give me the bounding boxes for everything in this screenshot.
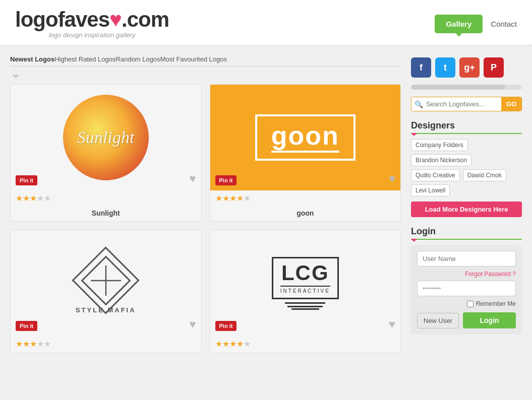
pinterest-icon[interactable]: P [484,57,504,78]
tab-random[interactable]: Random Logos [116,55,160,66]
star-5: ★ [44,340,51,348]
load-more-designers-button[interactable]: Load More Designers Here [411,202,522,217]
star-3: ★ [30,340,37,348]
logo-grid: Sunlight Pin it ♥ ★★★★★ Sunlight goon [10,84,401,353]
sidebar-progress-bar [411,85,522,90]
remember-me-checkbox[interactable] [467,301,474,307]
search-input-wrap: 🔍 [411,97,501,111]
heart-button-goon[interactable]: ♥ [389,172,395,185]
twitter-icon[interactable]: t [435,57,455,78]
designer-tag-company-folders[interactable]: Company Folders [411,139,468,151]
logo-tagline: logo design inspiration gallery [15,31,169,39]
star-5: ★ [244,194,251,203]
logo-card-style-mafia[interactable]: STYLE MAFIA Pin it ♥ ★★★★★ [10,230,202,353]
card-footer-style-mafia: ★★★★★ [11,336,201,353]
sunlight-text: Sunlight [77,128,134,147]
star-1: ★ [16,340,23,348]
login-button[interactable]: Login [463,312,516,328]
facebook-icon[interactable]: f [411,57,431,78]
contact-link[interactable]: Contact [491,20,517,28]
pinit-button-lcg[interactable]: Pin it [215,321,237,331]
new-user-button[interactable]: New User [417,313,459,328]
star-2: ★ [222,194,229,203]
main-content: Newest LogosHighest Rated LogosRandom Lo… [0,45,532,363]
designers-section: Designers Company Folders Brandon Nicker… [411,120,522,217]
gallery-button[interactable]: Gallery [435,15,483,33]
googleplus-icon[interactable]: g+ [459,57,480,78]
star-2: ★ [23,194,30,203]
goon-underline [271,151,339,153]
diamond-lines-svg [91,265,121,296]
tab-most-favourited[interactable]: Most Favourited Logos [160,55,227,66]
logo-title-sunlight: Sunlight [11,209,201,217]
designer-tag-levi[interactable]: Levi Lowell [411,184,450,196]
lcg-line-1 [285,302,325,304]
stars-lcg: ★★★★★ [215,339,396,349]
designer-tag-quillo[interactable]: Quillo Creative [411,169,460,181]
card-footer-sunlight: ★★★★★ [11,190,201,207]
card-footer-goon: ★★★★★ [210,190,401,207]
nav-area: Gallery Contact [435,15,517,33]
social-icons: f t g+ P [411,57,522,78]
site-logo[interactable]: logofaves♥.com [15,9,169,30]
style-mafia-logo: STYLE MAFIA [76,253,136,314]
lcg-box: LCG INTERACTIVE [272,257,339,299]
goon-logo-box: goon [255,114,356,161]
logo-heart: ♥ [109,8,122,31]
login-actions: New User Login [417,312,516,328]
password-input[interactable] [417,281,516,296]
tab-highest-rated[interactable]: Highest Rated Logos [54,55,115,66]
star-4: ★ [37,194,44,203]
designers-title: Designers [411,120,522,134]
star-3: ★ [30,194,37,203]
stars-sunlight: ★★★★★ [16,193,196,203]
stars-style-mafia: ★★★★★ [16,339,196,349]
search-input[interactable] [425,97,498,111]
search-go-button[interactable]: GO [501,97,521,111]
content-area: Newest LogosHighest Rated LogosRandom Lo… [10,55,401,353]
star-3: ★ [229,194,237,203]
style-mafia-diamond [78,253,134,308]
star-4: ★ [37,340,44,348]
star-3: ★ [229,340,237,348]
search-icon: 🔍 [415,100,423,108]
heart-button-lcg[interactable]: ♥ [389,318,395,331]
lcg-line-3 [291,308,319,310]
tab-indicator [12,75,19,79]
heart-button-sunlight[interactable]: ♥ [189,172,196,185]
star-4: ★ [237,340,244,348]
logo-name: logofaves [15,8,109,31]
logo-card-sunlight[interactable]: Sunlight Pin it ♥ ★★★★★ Sunlight [10,84,202,222]
logo-image-sunlight: Sunlight Pin it ♥ [11,85,201,190]
lcg-logo-wrap: LCG INTERACTIVE [272,257,339,310]
logo-image-goon: goon Pin it ♥ [210,85,401,190]
pinit-button-goon[interactable]: Pin it [215,175,237,185]
star-1: ★ [215,340,222,348]
star-4: ★ [237,194,244,203]
forgot-password-link[interactable]: Forgot Password ? [417,271,516,278]
heart-button-style-mafia[interactable]: ♥ [189,318,196,331]
goon-text: goon [271,122,339,149]
star-1: ★ [16,194,23,203]
card-footer-lcg: ★★★★★ [210,336,401,353]
progress-fill [411,85,505,90]
login-box: Forgot Password ? Remember Me New User L… [411,245,522,335]
username-input[interactable] [417,251,516,266]
star-1: ★ [215,194,222,203]
star-5: ★ [44,194,51,203]
designer-tag-dawid[interactable]: Dawid Cmok [463,169,506,181]
sidebar: f t g+ P 🔍 GO Designers Company Folders … [411,55,522,353]
logo-card-goon[interactable]: goon Pin it ♥ ★★★★★ goon [210,84,401,222]
lcg-line-2 [287,306,323,307]
tabs-bar: Newest LogosHighest Rated LogosRandom Lo… [10,55,401,66]
pinit-button-sunlight[interactable]: Pin it [16,175,37,185]
logo-card-lcg[interactable]: LCG INTERACTIVE Pin it ♥ ★★★★★ [210,230,401,353]
sunlight-circle: Sunlight [63,95,149,180]
tab-newest-logos[interactable]: Newest Logos [10,55,54,66]
designer-tags: Company Folders Brandon Nickerson Quillo… [411,139,522,196]
login-section: Login Forgot Password ? Remember Me New … [411,226,522,335]
pinit-button-style-mafia[interactable]: Pin it [16,321,37,331]
designer-tag-brandon[interactable]: Brandon Nickerson [411,154,471,166]
login-title: Login [411,226,522,240]
stars-goon: ★★★★★ [215,193,396,203]
